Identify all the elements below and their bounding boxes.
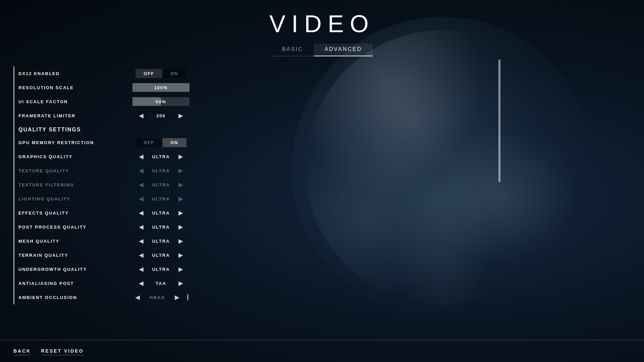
arrow-texture-filtering-left[interactable]: ◀ [138, 181, 145, 188]
arrow-graphics-left[interactable]: ◀ [138, 153, 145, 160]
arrow-value-terrain: ULTRA [151, 253, 171, 258]
label-texture-quality: TEXTURE QUALITY [18, 168, 127, 173]
arrow-framerate-left[interactable]: ◀ [138, 112, 145, 119]
quality-section-title: QUALITY SETTINGS [18, 127, 81, 132]
arrow-post-process: ◀ ULTRA ▶ [138, 223, 184, 231]
setting-terrain-quality: TERRAIN QUALITY ◀ ULTRA ▶ [14, 248, 195, 262]
setting-antialiasing: ANTIALIASING POST ◀ TAA ▶ [14, 276, 195, 290]
setting-mesh-quality: MESH QUALITY ◀ ULTRA ▶ [14, 234, 195, 248]
arrow-terrain-left[interactable]: ◀ [138, 251, 145, 259]
setting-texture-filtering: TEXTURE FILTERING ◀ ULTRA ▶ [14, 178, 195, 192]
arrow-texture-quality-left[interactable]: ◀ [138, 167, 145, 174]
control-terrain-quality: ◀ ULTRA ▶ [127, 251, 195, 259]
control-ui-scale: 50% [127, 97, 195, 106]
arrow-value-mesh: ULTRA [151, 239, 171, 244]
arrow-antialiasing-left[interactable]: ◀ [138, 280, 145, 287]
label-ui-scale: UI SCALE FACTOR [18, 99, 127, 104]
arrow-value-lighting: ULTRA [151, 196, 171, 201]
arrow-ambient-occlusion: ◀ HBAO ▶ [134, 294, 188, 301]
setting-graphics-quality: GRAPHICS QUALITY ◀ ULTRA ▶ [14, 149, 195, 164]
label-antialiasing: ANTIALIASING POST [18, 281, 127, 286]
arrow-undergrowth-left[interactable]: ◀ [138, 265, 145, 273]
arrow-value-texture-quality: ULTRA [151, 168, 171, 173]
control-dx12: OFF ON [127, 69, 195, 78]
arrow-graphics-right[interactable]: ▶ [177, 153, 184, 160]
slider-ui-scale[interactable]: 50% [132, 97, 190, 106]
arrow-mesh-right[interactable]: ▶ [177, 237, 184, 245]
label-texture-filtering: TEXTURE FILTERING [18, 182, 127, 187]
label-effects-quality: EFFECTS QUALITY [18, 210, 127, 216]
setting-framerate: FRAMERATE LIMITER ◀ 200 ▶ [14, 109, 195, 123]
settings-panel: DX12 ENABLED OFF ON RESOLUTION SCALE 100… [13, 66, 195, 304]
label-gpu-memory: GPU MEMORY RESTRICTION [18, 140, 127, 145]
back-button[interactable]: BACK [13, 347, 31, 355]
control-post-process: ◀ ULTRA ▶ [127, 223, 195, 231]
toggle-dx12-off[interactable]: OFF [136, 69, 162, 78]
arrow-texture-filtering: ◀ ULTRA ▶ [138, 181, 184, 188]
arrow-value-undergrowth: ULTRA [151, 267, 171, 272]
scrollbar-thumb[interactable] [498, 60, 500, 182]
control-antialiasing: ◀ TAA ▶ [127, 280, 195, 287]
arrow-texture-filtering-right[interactable]: ▶ [177, 181, 184, 188]
slider-resolution[interactable]: 100% [132, 83, 190, 92]
slider-value-ui-scale: 50% [156, 99, 166, 104]
arrow-texture-quality: ◀ ULTRA ▶ [138, 167, 184, 174]
page-title: VIDEO [269, 10, 375, 38]
setting-texture-quality: TEXTURE QUALITY ◀ ULTRA ▶ [14, 164, 195, 178]
tab-basic[interactable]: BASIC [271, 44, 314, 56]
cursor-indicator [187, 294, 188, 300]
quality-settings-header: QUALITY SETTINGS [14, 123, 195, 135]
setting-ambient-occlusion: AMBIENT OCCLUSION ◀ HBAO ▶ [14, 290, 195, 304]
arrow-framerate-right[interactable]: ▶ [177, 112, 184, 119]
setting-dx12: DX12 ENABLED OFF ON [14, 66, 195, 80]
toggle-gpu-memory-off[interactable]: OFF [136, 138, 162, 147]
arrow-mesh-left[interactable]: ◀ [138, 237, 145, 245]
label-ambient-occlusion: AMBIENT OCCLUSION [18, 295, 127, 300]
label-dx12: DX12 ENABLED [18, 71, 127, 76]
arrow-terrain-right[interactable]: ▶ [177, 251, 184, 259]
arrow-undergrowth-right[interactable]: ▶ [177, 265, 184, 273]
arrow-antialiasing: ◀ TAA ▶ [138, 280, 184, 287]
arrow-lighting-left[interactable]: ◀ [138, 195, 145, 202]
arrow-post-process-right[interactable]: ▶ [177, 223, 184, 231]
control-texture-filtering: ◀ ULTRA ▶ [127, 181, 195, 188]
setting-resolution-scale: RESOLUTION SCALE 100% [14, 80, 195, 95]
setting-undergrowth-quality: UNDERGROWTH QUALITY ◀ ULTRA ▶ [14, 262, 195, 276]
toggle-gpu-memory-on[interactable]: ON [162, 138, 186, 147]
label-post-process: POST PROCESS QUALITY [18, 225, 127, 230]
arrow-effects-quality: ◀ ULTRA ▶ [138, 209, 184, 217]
main-content: VIDEO BASIC ADVANCED DX12 ENABLED OFF ON [0, 0, 644, 362]
scrollbar[interactable] [498, 60, 500, 304]
label-mesh-quality: MESH QUALITY [18, 239, 127, 244]
arrow-value-post-process: ULTRA [151, 225, 171, 230]
arrow-value-texture-filtering: ULTRA [151, 182, 171, 187]
arrow-lighting-quality: ◀ ULTRA ▶ [138, 195, 184, 202]
control-mesh-quality: ◀ ULTRA ▶ [127, 237, 195, 245]
control-gpu-memory: OFF ON [127, 138, 195, 147]
arrow-ambient-right[interactable]: ▶ [173, 294, 181, 301]
arrow-antialiasing-right[interactable]: ▶ [177, 280, 184, 287]
arrow-post-process-left[interactable]: ◀ [138, 223, 145, 231]
arrow-value-framerate: 200 [151, 113, 171, 118]
toggle-dx12: OFF ON [136, 69, 186, 78]
setting-effects-quality: EFFECTS QUALITY ◀ ULTRA ▶ [14, 206, 195, 220]
arrow-lighting-right[interactable]: ▶ [177, 195, 184, 202]
setting-post-process: POST PROCESS QUALITY ◀ ULTRA ▶ [14, 220, 195, 234]
arrow-undergrowth-quality: ◀ ULTRA ▶ [138, 265, 184, 273]
arrow-texture-quality-right[interactable]: ▶ [177, 167, 184, 174]
arrow-ambient-left[interactable]: ◀ [134, 294, 141, 301]
setting-lighting-quality: LIGHTING QUALITY ◀ ULTRA ▶ [14, 192, 195, 206]
arrow-effects-left[interactable]: ◀ [138, 209, 145, 217]
control-ambient-occlusion: ◀ HBAO ▶ [127, 294, 195, 301]
arrow-effects-right[interactable]: ▶ [177, 209, 184, 217]
control-framerate: ◀ 200 ▶ [127, 112, 195, 119]
toggle-dx12-on[interactable]: ON [162, 69, 186, 78]
label-graphics-quality: GRAPHICS QUALITY [18, 154, 127, 159]
label-framerate: FRAMERATE LIMITER [18, 113, 127, 118]
arrow-value-effects: ULTRA [151, 210, 171, 216]
tab-advanced[interactable]: ADVANCED [314, 44, 373, 56]
label-resolution-scale: RESOLUTION SCALE [18, 85, 127, 90]
reset-video-button[interactable]: RESET VIDEO [41, 347, 84, 355]
setting-gpu-memory: GPU MEMORY RESTRICTION OFF ON [14, 135, 195, 149]
arrow-terrain-quality: ◀ ULTRA ▶ [138, 251, 184, 259]
